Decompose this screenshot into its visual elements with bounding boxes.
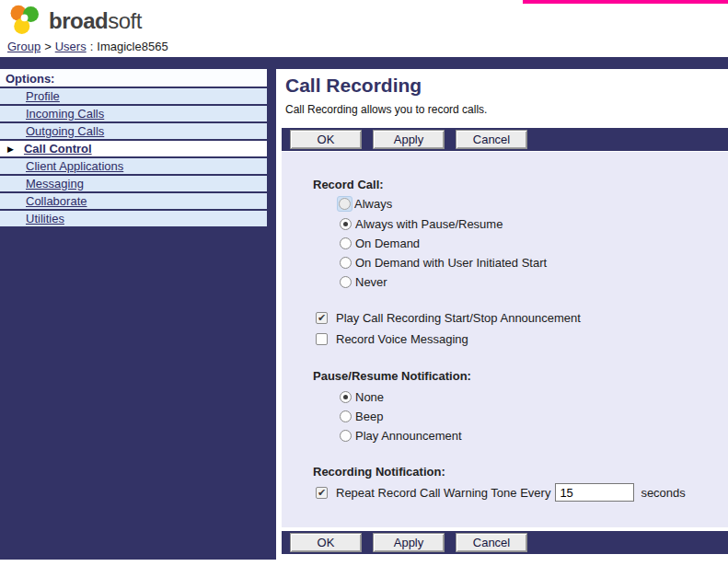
checkbox-label: Record Voice Messaging	[336, 332, 468, 346]
options-menu: Options: Profile Incoming Calls Outgoing…	[0, 69, 267, 228]
pause-resume-notification-label: Pause/Resume Notification:	[313, 369, 471, 383]
checkbox-row-start-stop-announcement[interactable]: ✔ Play Call Recording Start/Stop Announc…	[316, 311, 581, 325]
sidebar-item-call-control[interactable]: ▶Call Control	[0, 141, 267, 158]
checkbox-repeat-warning-tone[interactable]: ✔	[316, 487, 328, 499]
radio-label: Always with Pause/Resume	[355, 217, 503, 231]
radio-always-focus-ring[interactable]	[337, 196, 352, 212]
broadsoft-logo: broadsoft	[7, 4, 142, 38]
apply-button[interactable]: Apply	[373, 130, 445, 149]
options-menu-title: Options:	[0, 69, 267, 88]
radio-on-demand-user-start[interactable]	[340, 257, 352, 269]
radio-none[interactable]	[340, 391, 352, 403]
sidebar-item-messaging[interactable]: Messaging	[0, 176, 267, 193]
settings-form: Record Call: Always Always with Pause/Re…	[282, 152, 728, 527]
bottom-button-bar: OK Apply Cancel	[282, 531, 728, 554]
breadcrumb-current-user: Imagicle8565	[97, 40, 168, 53]
checkbox-row-record-voice-messaging[interactable]: Record Voice Messaging	[316, 332, 468, 346]
radio-beep[interactable]	[340, 410, 352, 422]
checkbox-start-stop-announcement[interactable]: ✔	[316, 312, 328, 324]
radio-option-none[interactable]: None	[340, 390, 384, 404]
ok-button[interactable]: OK	[290, 533, 362, 552]
sidebar-item-utilities[interactable]: Utilities	[0, 211, 267, 228]
sidebar-item-incoming-calls[interactable]: Incoming Calls	[0, 106, 267, 123]
radio-label: On Demand with User Initiated Start	[355, 256, 547, 270]
breadcrumb-separator: >	[44, 40, 52, 53]
sidebar-item-profile[interactable]: Profile	[0, 88, 267, 106]
radio-label: None	[355, 390, 384, 404]
logo-text-light: soft	[108, 8, 142, 33]
breadcrumb-colon: :	[90, 40, 94, 53]
breadcrumb-link-users[interactable]: Users	[55, 40, 87, 53]
sidebar-item-outgoing-calls[interactable]: Outgoing Calls	[0, 123, 267, 141]
radio-option-beep[interactable]: Beep	[340, 410, 383, 423]
radio-always[interactable]	[339, 198, 351, 210]
page-subtitle: Call Recording allows you to record call…	[285, 103, 487, 116]
radio-option-on-demand-user-start[interactable]: On Demand with User Initiated Start	[340, 256, 547, 270]
checkbox-record-voice-messaging[interactable]	[316, 333, 328, 345]
cancel-button[interactable]: Cancel	[456, 533, 527, 552]
sidebar-item-client-applications[interactable]: Client Applications	[0, 158, 267, 176]
radio-play-announcement[interactable]	[340, 430, 352, 442]
selected-arrow-icon: ▶	[7, 144, 14, 154]
repeat-warning-tone-label: Repeat Record Call Warning Tone Every	[336, 486, 550, 500]
top-accent-bar	[523, 0, 728, 4]
checkbox-label: Play Call Recording Start/Stop Announcem…	[336, 311, 581, 325]
sidebar-item-label[interactable]: Messaging	[26, 177, 84, 191]
sidebar-item-label[interactable]: Collaborate	[26, 194, 87, 208]
radio-on-demand[interactable]	[340, 237, 352, 249]
apply-button[interactable]: Apply	[373, 533, 445, 552]
breadcrumb: Group>Users:Imagicle8565	[7, 40, 168, 53]
sidebar-item-label[interactable]: Call Control	[24, 142, 92, 156]
sidebar-item-collaborate[interactable]: Collaborate	[0, 193, 267, 211]
sidebar-item-label[interactable]: Outgoing Calls	[26, 124, 104, 138]
radio-option-play-announcement[interactable]: Play Announcement	[340, 429, 462, 443]
cancel-button[interactable]: Cancel	[456, 130, 527, 149]
header-divider-bar	[0, 57, 728, 69]
seconds-suffix-label: seconds	[641, 486, 685, 500]
recording-notification-label: Recording Notification:	[313, 465, 445, 479]
radio-option-never[interactable]: Never	[340, 275, 387, 289]
record-call-label: Record Call:	[313, 178, 384, 191]
radio-label: Never	[355, 275, 387, 289]
sidebar-item-label[interactable]: Utilities	[26, 212, 64, 225]
logo-text: broadsoft	[49, 8, 142, 34]
radio-option-on-demand[interactable]: On Demand	[340, 237, 420, 250]
broadsoft-logo-icon	[7, 4, 42, 38]
radio-label: Play Announcement	[355, 429, 462, 443]
checkbox-row-repeat-warning-tone[interactable]: ✔ Repeat Record Call Warning Tone Every …	[316, 483, 686, 502]
logo-text-bold: broad	[49, 8, 108, 33]
breadcrumb-link-group[interactable]: Group	[7, 40, 40, 53]
radio-option-always-pause-resume[interactable]: Always with Pause/Resume	[340, 217, 503, 231]
radio-option-always[interactable]: Always	[337, 196, 392, 212]
radio-never[interactable]	[340, 276, 352, 288]
ok-button[interactable]: OK	[290, 130, 362, 149]
radio-label: Always	[354, 197, 392, 211]
page-title: Call Recording	[285, 75, 422, 97]
top-button-bar: OK Apply Cancel	[282, 128, 728, 151]
sidebar-item-label[interactable]: Profile	[26, 89, 60, 103]
sidebar-item-label[interactable]: Incoming Calls	[26, 107, 104, 121]
radio-label: On Demand	[355, 237, 420, 250]
radio-label: Beep	[355, 410, 383, 423]
sidebar: Options: Profile Incoming Calls Outgoing…	[0, 69, 276, 560]
sidebar-item-label[interactable]: Client Applications	[26, 159, 123, 173]
warning-tone-seconds-input[interactable]	[555, 483, 634, 502]
radio-always-pause-resume[interactable]	[340, 218, 352, 230]
